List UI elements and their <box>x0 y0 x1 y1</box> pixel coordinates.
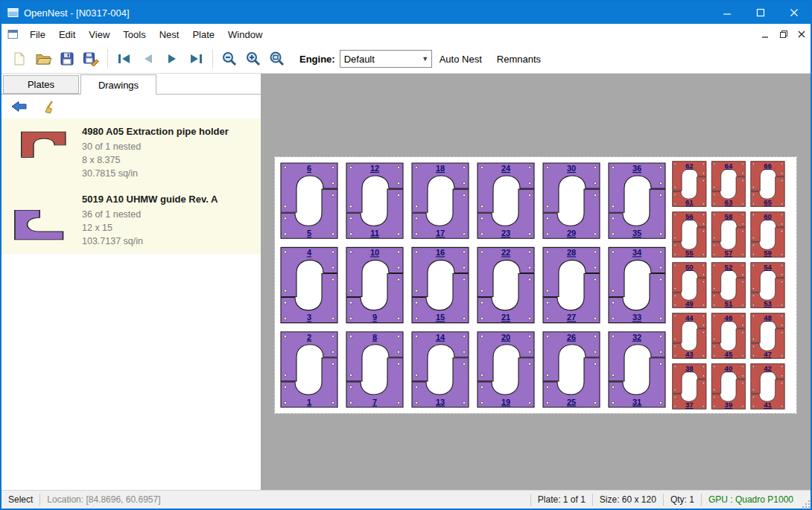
list-item[interactable]: 4980 A05 Extraction pipe holder 30 of 1 … <box>1 118 261 186</box>
nest-cell[interactable]: 5251 <box>711 263 745 308</box>
nest-cell[interactable]: 1817 <box>412 163 469 238</box>
minimize-icon[interactable] <box>710 1 743 24</box>
nest-cell[interactable]: 87 <box>346 332 403 407</box>
part-number: 54 <box>764 263 772 271</box>
list-item[interactable]: 5019 A10 UHMW guide Rev. A 36 of 1 neste… <box>1 186 261 254</box>
new-file-icon[interactable] <box>7 48 31 70</box>
part-number: 66 <box>764 162 772 170</box>
go-last-icon[interactable] <box>184 48 208 70</box>
nest-cell[interactable]: 2423 <box>478 163 534 238</box>
close-icon[interactable] <box>777 1 811 24</box>
nest-cell[interactable]: 5049 <box>673 263 706 308</box>
nest-cell[interactable]: 3433 <box>609 247 665 322</box>
part-hole <box>415 166 417 168</box>
nest-cell[interactable]: 4443 <box>673 313 706 359</box>
menu-edit[interactable]: Edit <box>52 25 82 44</box>
nest-cell[interactable]: 5655 <box>673 212 706 258</box>
part-hole <box>781 406 783 407</box>
zoom-fit-icon[interactable] <box>265 48 289 70</box>
part-hole <box>284 317 286 319</box>
mdi-minimize-icon[interactable] <box>757 26 775 42</box>
nest-cell[interactable]: 21 <box>281 332 337 407</box>
menu-view[interactable]: View <box>82 25 116 44</box>
nest-layout: 6512111817242330293635431091615222128273… <box>276 159 789 412</box>
nest-canvas[interactable]: 6512111817242330293635431091615222128273… <box>261 74 811 490</box>
menu-nest[interactable]: Nest <box>153 25 186 44</box>
zoom-out-icon[interactable] <box>218 48 241 70</box>
open-folder-icon[interactable] <box>31 48 55 70</box>
tab-drawings[interactable]: Drawings <box>80 74 156 95</box>
nest-cell[interactable]: 6059 <box>751 212 784 258</box>
part-hole <box>594 278 596 281</box>
nest-cell[interactable]: 2019 <box>478 332 534 407</box>
menu-window[interactable]: Window <box>221 25 269 44</box>
nest-cell[interactable]: 4645 <box>711 313 745 359</box>
nest-cell[interactable]: 3635 <box>609 163 665 238</box>
part-hole <box>742 315 743 316</box>
nest-cell[interactable]: 2625 <box>543 332 600 407</box>
nest-cell[interactable]: 1615 <box>412 247 469 322</box>
part-hole <box>781 274 783 275</box>
save-as-icon[interactable] <box>79 48 103 70</box>
mdi-close-icon[interactable] <box>793 26 811 42</box>
plate[interactable]: 6512111817242330293635431091615222128273… <box>275 157 796 413</box>
nest-cell[interactable]: 109 <box>346 247 403 322</box>
part-number: 8 <box>372 333 377 342</box>
part-hole <box>284 166 286 168</box>
maximize-icon[interactable] <box>743 1 777 24</box>
nest-cell[interactable]: 2221 <box>478 247 534 322</box>
nest-cell[interactable]: 4847 <box>751 313 784 359</box>
nest-cell[interactable]: 6261 <box>673 162 706 207</box>
nest-cell[interactable]: 5453 <box>751 263 784 308</box>
part-number: 32 <box>632 333 641 342</box>
nest-cell[interactable]: 2827 <box>543 247 600 322</box>
go-previous-icon[interactable] <box>136 48 160 70</box>
resize-grip[interactable] <box>800 491 811 509</box>
nest-cell[interactable]: 5857 <box>711 212 745 258</box>
part-number: 2 <box>307 333 311 342</box>
nest-cell[interactable]: 4241 <box>751 364 784 409</box>
save-icon[interactable] <box>55 48 79 70</box>
part-number: 24 <box>501 164 511 173</box>
remnants-button[interactable]: Remnants <box>489 49 548 69</box>
part-hole <box>702 331 704 333</box>
part-hole <box>463 317 465 319</box>
import-arrow-icon[interactable] <box>7 95 31 118</box>
part-hole <box>463 363 465 365</box>
go-next-icon[interactable] <box>160 48 184 70</box>
mdi-restore-icon[interactable] <box>775 26 793 42</box>
go-first-icon[interactable] <box>112 48 136 70</box>
status-gpu: GPU : Quadro P1000 <box>702 491 800 509</box>
part-area: 30.7815 sq/in <box>82 167 256 180</box>
nest-cell[interactable]: 6665 <box>751 162 784 207</box>
nest-cell[interactable]: 1211 <box>346 163 403 238</box>
menu-plate[interactable]: Plate <box>185 25 221 44</box>
menu-tools[interactable]: Tools <box>116 25 152 44</box>
part-hole <box>463 166 465 168</box>
part-hole <box>397 233 399 235</box>
part-hole <box>781 264 783 266</box>
tab-plates[interactable]: Plates <box>3 75 79 94</box>
nest-cell[interactable]: 1413 <box>412 332 469 407</box>
part-hole <box>702 214 704 215</box>
part-number: 16 <box>436 248 445 257</box>
nest-cell[interactable]: 4039 <box>711 364 745 409</box>
part-hole <box>714 305 715 306</box>
auto-nest-button[interactable]: Auto Nest <box>432 49 489 69</box>
part-hole <box>415 374 417 376</box>
nest-cell[interactable]: 6463 <box>711 162 745 207</box>
part-hole <box>674 355 676 357</box>
nest-cell[interactable]: 3231 <box>609 332 665 407</box>
engine-select[interactable]: Default ▼ <box>340 50 432 68</box>
part-hole <box>284 205 286 207</box>
broom-icon[interactable] <box>39 95 63 118</box>
nest-cell[interactable]: 3837 <box>673 364 706 409</box>
zoom-in-icon[interactable] <box>241 48 265 70</box>
menu-file[interactable]: File <box>23 25 52 44</box>
nest-cell[interactable]: 65 <box>281 163 337 238</box>
nest-cell[interactable]: 3029 <box>543 163 600 238</box>
document-icon[interactable] <box>7 29 19 39</box>
part-hole <box>528 335 530 337</box>
nest-cell[interactable]: 43 <box>281 247 337 322</box>
part-hole <box>714 288 715 290</box>
